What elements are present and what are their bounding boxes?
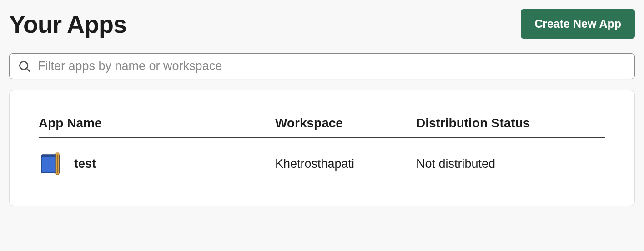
workspace-cell: Khetrosthapati [275,157,416,171]
app-name-cell: test [39,151,275,176]
page-title: Your Apps [9,10,126,38]
svg-point-0 [20,61,28,70]
search-icon [18,60,31,73]
app-default-icon [39,151,64,176]
column-header-workspace: Workspace [275,116,416,131]
table-row[interactable]: test Khetrosthapati Not distributed [39,151,605,176]
filter-apps-input[interactable] [38,59,626,73]
header-row: Your Apps Create New App [9,9,635,39]
create-new-app-button[interactable]: Create New App [521,9,635,39]
column-header-app-name: App Name [39,116,275,131]
distribution-status-cell: Not distributed [416,157,605,171]
svg-line-1 [26,68,30,71]
apps-table-card: App Name Workspace Distribution Status t… [9,90,635,206]
search-wrapper[interactable] [9,53,635,79]
column-header-distribution-status: Distribution Status [416,116,605,131]
app-name-text: test [74,157,96,171]
table-header: App Name Workspace Distribution Status [39,116,605,138]
